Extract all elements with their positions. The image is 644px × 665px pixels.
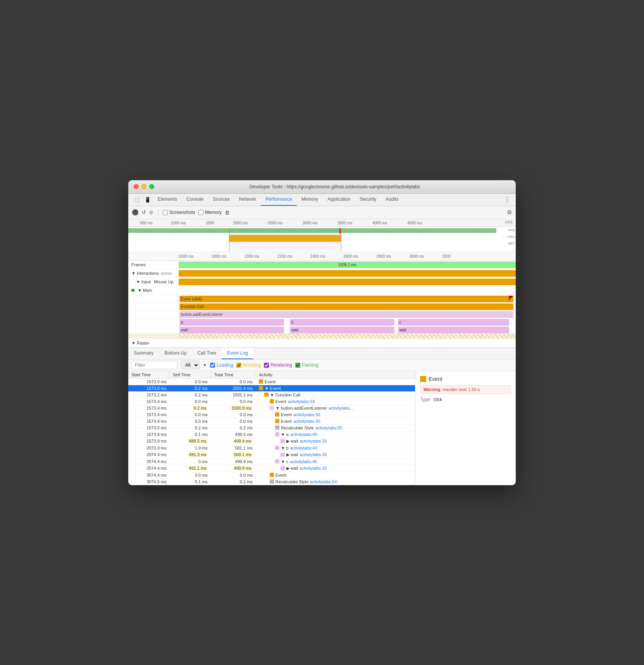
btn-addeventlistener-track[interactable]: button.addEventListener (179, 310, 516, 318)
activity-link[interactable]: activitytabs:40 (290, 432, 317, 437)
filter-select[interactable]: All (181, 361, 200, 369)
devtools-window: Developer Tools - https://googlechrome.g… (128, 180, 516, 485)
input-expand[interactable]: ▼ Input (136, 279, 151, 284)
tab-event-log[interactable]: Event Log (222, 348, 253, 359)
start-time-cell: 1573.4 ms (128, 411, 170, 418)
rendering-checkbox-label[interactable]: Rendering (264, 362, 292, 368)
table-row[interactable]: 1573.8 ms0.1 ms499.5 ms▼ aactivitytabs:4… (128, 431, 415, 438)
activity-link[interactable]: activitytabs:50 (293, 412, 320, 417)
activity-link[interactable]: activitytabs:46 (290, 459, 317, 464)
overview-timeline[interactable]: 500 ms 1000 ms 1500 2000 ms 2500 ms 3000… (128, 219, 516, 252)
table-row[interactable]: 1573.4 ms0.0 ms0.0 msEventactivitytabs:5… (128, 418, 415, 424)
tab-call-tree[interactable]: Call Tree (192, 348, 222, 359)
table-row[interactable]: 1573.2 ms0.2 ms1501.1 ms▼ Function Call (128, 391, 415, 398)
start-time-cell: 1573.5 ms (128, 424, 170, 431)
tab-network[interactable]: Network (234, 193, 261, 206)
filter-input[interactable] (131, 361, 178, 369)
table-row[interactable]: 1573.0 ms0.2 ms1501.4 ms▼ Event (128, 385, 415, 391)
record-button[interactable] (132, 209, 138, 215)
tab-application[interactable]: Application (323, 193, 355, 206)
total-time-cell: 0.0 ms (211, 418, 256, 424)
event-click-bar[interactable]: Event (click) (179, 296, 513, 302)
table-row[interactable]: 3074.5 ms0.1 ms0.1 msRecalculate Styleac… (128, 478, 415, 485)
inspect-icon[interactable]: ⬚ (131, 194, 142, 205)
painting-checkbox[interactable] (295, 363, 300, 368)
activity-link[interactable]: activitytabs... (329, 406, 353, 410)
event-table-body: 1573.0 ms0.0 ms0.0 msEvent1573.0 ms0.2 m… (128, 378, 415, 485)
table-row[interactable]: 1573.4 ms0.2 ms1500.9 ms▼ button.addEven… (128, 405, 415, 411)
main-expand[interactable]: ▼ Main (138, 288, 152, 293)
settings-button[interactable]: ⚙ (507, 209, 512, 216)
start-time-cell: 1573.0 ms (128, 378, 170, 385)
memory-checkbox[interactable] (198, 210, 203, 215)
loading-checkbox-label[interactable]: Loading (210, 362, 233, 368)
activity-link[interactable]: activitytabs:50 (293, 419, 320, 424)
interactions-expand[interactable]: ▼ Interactions (131, 271, 159, 276)
table-row[interactable]: 3074.4 ms0.0 ms0.0 msEvent (128, 472, 415, 478)
loading-checkbox[interactable] (210, 363, 215, 368)
device-icon[interactable]: 📱 (142, 194, 153, 205)
btn-addeventlistener-bar[interactable]: button.addEventListener (179, 311, 513, 318)
activity-link[interactable]: activitytabs:50 (288, 399, 315, 404)
table-row[interactable]: 1573.4 ms0.0 ms0.0 msEventactivitytabs:5… (128, 398, 415, 405)
raster-expand[interactable]: ▼ Raster (131, 341, 149, 345)
table-row[interactable]: 2073.3 ms1.0 ms501.1 ms▼ bactivitytabs:4… (128, 444, 415, 451)
tab-console[interactable]: Console (182, 193, 208, 206)
table-row[interactable]: 1573.4 ms0.0 ms0.0 msEventactivitytabs:5… (128, 411, 415, 418)
function-call-track[interactable]: Function Call (179, 303, 516, 310)
clear-button[interactable]: 🗑 (225, 210, 230, 215)
tab-elements[interactable]: Elements (153, 193, 182, 206)
activity-link[interactable]: activitytabs:33 (300, 439, 327, 443)
more-options-icon[interactable]: ⋮ (502, 194, 513, 205)
reload-button[interactable]: ↺ (141, 209, 146, 215)
activity-cell: Event (256, 378, 415, 385)
table-row[interactable]: 2574.4 ms0 ms499.9 ms▼ cactivitytabs:46 (128, 458, 415, 465)
ruler-bottom: 1600 ms 1800 ms 2000 ms 2200 ms 2400 ms … (128, 252, 516, 261)
activity-link[interactable]: activitytabs:33 (300, 466, 327, 470)
table-row[interactable]: 1573.0 ms0.0 ms0.0 msEvent (128, 378, 415, 385)
event-table-left: Start Time Self Time Total Time Activity… (128, 371, 415, 485)
table-row[interactable]: 2574.4 ms491.1 ms499.9 ms▶ waitactivityt… (128, 465, 415, 472)
tab-audits[interactable]: Audits (381, 193, 403, 206)
activity-cell: ▶ waitactivitytabs:33 (256, 438, 415, 444)
minimize-button[interactable] (141, 184, 146, 189)
total-time-cell: 0.2 ms (211, 424, 256, 431)
tab-security[interactable]: Security (355, 193, 381, 206)
frames-bar: 1505.1 ms (179, 262, 516, 268)
activity-cell: ▶ waitactivitytabs:33 (256, 451, 415, 458)
table-row[interactable]: 1573.9 ms489.5 ms499.4 ms▶ waitactivityt… (128, 438, 415, 444)
tab-memory[interactable]: Memory (297, 193, 323, 206)
table-row[interactable]: 1573.5 ms0.2 ms0.2 msRecalculate Styleac… (128, 424, 415, 431)
start-time-cell: 2574.4 ms (128, 458, 170, 465)
table-row[interactable]: 2074.3 ms491.3 ms500.1 ms▶ waitactivityt… (128, 451, 415, 458)
tab-summary[interactable]: Summary (128, 348, 159, 359)
a-bar[interactable]: a (179, 319, 284, 326)
total-time-cell: 500.1 ms (211, 451, 256, 458)
tab-performance[interactable]: Performance (261, 193, 297, 206)
screenshots-checkbox-label[interactable]: Screenshots (163, 210, 195, 215)
stop-button[interactable]: ⊘ (149, 210, 153, 215)
function-call-bar[interactable]: Function Call (179, 303, 513, 310)
wait-row: wait wait wait (128, 326, 516, 334)
tab-sources[interactable]: Sources (208, 193, 234, 206)
activity-link[interactable]: activitytabs:43 (290, 446, 317, 450)
close-button[interactable] (134, 184, 139, 189)
c-bar[interactable]: c (398, 319, 509, 326)
activity-link[interactable]: activitytabs:54 (310, 479, 337, 484)
self-time-cell: 489.5 ms (170, 438, 211, 444)
tab-bottom-up[interactable]: Bottom-Up (159, 348, 192, 359)
painting-checkbox-label[interactable]: Painting (295, 362, 319, 368)
wait3-bar[interactable]: wait (398, 327, 509, 333)
scripting-checkbox-label[interactable]: Scripting (236, 362, 261, 368)
event-click-track[interactable]: Event (click) (179, 295, 516, 302)
wait2-bar[interactable]: wait (290, 327, 394, 333)
activity-link[interactable]: activitytabs:33 (300, 452, 327, 457)
rendering-checkbox[interactable] (264, 363, 269, 368)
memory-checkbox-label[interactable]: Memory (198, 210, 222, 215)
b-bar[interactable]: b (290, 319, 394, 326)
activity-link[interactable]: activitytabs:50 (315, 426, 343, 430)
screenshots-checkbox[interactable] (163, 210, 168, 215)
scripting-checkbox[interactable] (236, 363, 241, 368)
wait1-bar[interactable]: wait (179, 327, 284, 333)
maximize-button[interactable] (149, 184, 154, 189)
